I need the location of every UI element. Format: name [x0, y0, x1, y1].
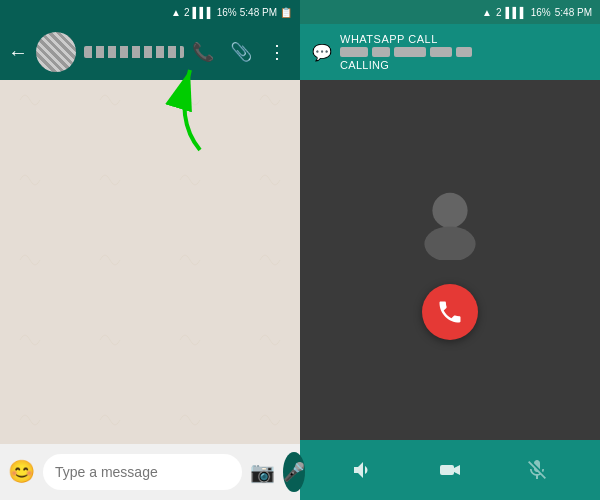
call-footer [300, 440, 600, 500]
mute-button[interactable] [525, 458, 549, 482]
mute-icon [525, 458, 549, 482]
right-panel: ▲ 2 ▌▌▌ 16% 5:48 PM 💬 WHATSAPP CALL CALL… [300, 0, 600, 500]
call-header-text: WHATSAPP CALL CALLING [340, 33, 588, 71]
left-header: ← 📞 📎 ⋮ [0, 24, 300, 80]
end-call-icon [436, 298, 464, 326]
mic-button[interactable]: 🎤 [283, 452, 305, 492]
name-block-2 [372, 47, 390, 57]
speaker-button[interactable] [351, 458, 375, 482]
svg-point-1 [432, 193, 467, 228]
svg-point-2 [424, 226, 475, 260]
svg-rect-3 [440, 465, 454, 475]
contact-name-bar [84, 46, 184, 58]
video-icon [438, 458, 462, 482]
time-right: 5:48 PM [555, 7, 592, 18]
left-status-bar: ▲ 2 ▌▌▌ 16% 5:48 PM 📋 [0, 0, 300, 24]
end-call-button[interactable] [422, 284, 478, 340]
signal-strength: 2 [184, 7, 190, 18]
chat-area [0, 80, 300, 444]
emoji-button[interactable]: 😊 [8, 459, 35, 485]
message-input-bar: 😊 📷 🎤 [0, 444, 300, 500]
call-body [300, 80, 600, 440]
battery-right: 16% [531, 7, 551, 18]
caller-avatar [410, 180, 490, 260]
call-header: 💬 WHATSAPP CALL CALLING [300, 24, 600, 80]
status-icons-left: ▲ 2 ▌▌▌ 16% 5:48 PM 📋 [171, 7, 292, 18]
contact-avatar [36, 32, 76, 72]
signal-bars-left: ▌▌▌ [192, 7, 213, 18]
signal-right: 2 [496, 7, 502, 18]
name-block-4 [430, 47, 452, 57]
wifi-icon: ▲ [171, 7, 181, 18]
left-panel: ▲ 2 ▌▌▌ 16% 5:48 PM 📋 ← 📞 📎 ⋮ [0, 0, 300, 500]
time-left: 5:48 PM [240, 7, 277, 18]
signal-bars-right: ▌▌▌ [505, 7, 526, 18]
name-block-3 [394, 47, 426, 57]
right-status-bar: ▲ 2 ▌▌▌ 16% 5:48 PM [300, 0, 600, 24]
speaker-icon [351, 458, 375, 482]
whatsapp-call-label: WHATSAPP CALL [340, 33, 588, 45]
back-button[interactable]: ← [8, 41, 28, 64]
camera-button[interactable]: 📷 [250, 460, 275, 484]
header-action-icons: 📞 📎 ⋮ [192, 41, 286, 63]
mic-icon: 🎤 [283, 461, 305, 483]
calling-status: CALLING [340, 59, 588, 71]
attachment-button[interactable]: 📎 [230, 41, 252, 63]
avatar-image [36, 32, 76, 72]
name-block-5 [456, 47, 472, 57]
name-block-1 [340, 47, 368, 57]
battery-left: 16% [217, 7, 237, 18]
contact-name-blocks [340, 47, 588, 57]
video-button[interactable] [438, 458, 462, 482]
call-button[interactable]: 📞 [192, 41, 214, 63]
svg-marker-4 [454, 465, 460, 475]
more-options-button[interactable]: ⋮ [268, 41, 286, 63]
whatsapp-notify-icon: 📋 [280, 7, 292, 18]
message-input[interactable] [43, 454, 242, 490]
whatsapp-logo: 💬 [312, 43, 332, 62]
wifi-icon-right: ▲ [482, 7, 492, 18]
